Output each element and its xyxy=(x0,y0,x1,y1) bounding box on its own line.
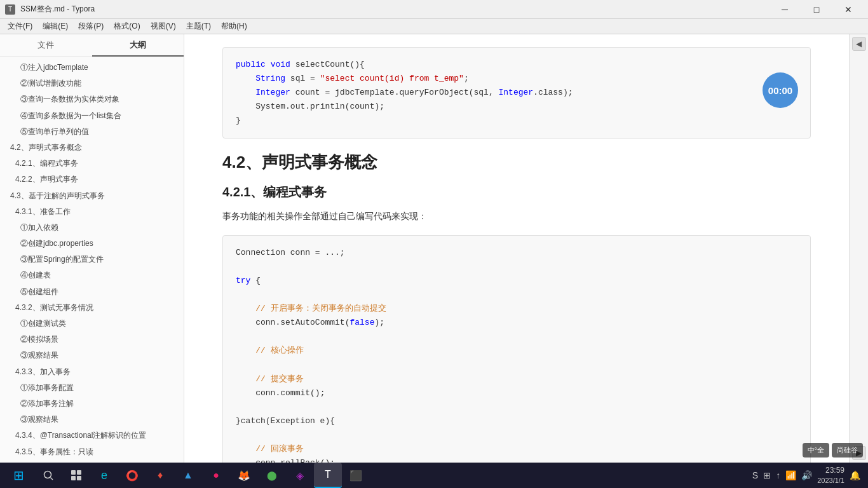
menu-bar: 文件(F) 编辑(E) 段落(P) 格式(O) 视图(V) 主题(T) 帮助(H… xyxy=(0,19,868,34)
svg-point-0 xyxy=(44,471,51,478)
taskbar: ⊞ e ⭕ ♦ ▲ ● 🦊 ⬤ ◈ T ⬛ S ⊞ ↑ 📶 🔊 23:59 20… xyxy=(0,463,868,488)
scroll-up-button[interactable]: ◀ xyxy=(852,37,866,51)
outline-item[interactable]: 4.3.4、@Transactional注解标识的位置 xyxy=(0,428,184,444)
outline-item[interactable]: ③查询一条数据为实体类对象 xyxy=(0,92,184,107)
title-bar: T SSM整合.md - Typora ─ □ ✕ xyxy=(0,0,868,19)
tab-outline[interactable]: 大纲 xyxy=(92,34,184,57)
outline-item[interactable]: ④创建表 xyxy=(0,268,184,283)
outline-item[interactable]: 4.3.1、准备工作 xyxy=(0,204,184,220)
taskbar-app-edge[interactable]: e xyxy=(90,463,118,488)
subsection-heading: 4.2.1、编程式事务 xyxy=(222,184,811,201)
watermark-brand: 尚硅谷 xyxy=(832,443,863,458)
outline-item[interactable]: ⑤创建组件 xyxy=(0,284,184,300)
tray-icon-2[interactable]: ⊞ xyxy=(763,470,771,480)
outline-item[interactable]: ②添加事务注解 xyxy=(0,396,184,412)
outline-item[interactable]: ②模拟场景 xyxy=(0,332,184,348)
tray-icon-1[interactable]: S xyxy=(752,470,758,480)
svg-rect-3 xyxy=(77,470,81,475)
outline-item[interactable]: ①加入依赖 xyxy=(0,220,184,236)
menu-edit[interactable]: 编辑(E) xyxy=(37,19,73,34)
taskbar-task-view[interactable] xyxy=(62,463,90,488)
start-button[interactable]: ⊞ xyxy=(3,463,34,488)
code-block-2: Connection conn = ...; try { // 开启事务：关闭事… xyxy=(222,235,811,463)
window-title: SSM整合.md - Typora xyxy=(20,4,95,15)
outline-item[interactable]: ①添加事务配置 xyxy=(0,380,184,396)
outline-item[interactable]: ③观察结果 xyxy=(0,412,184,428)
watermark-text: 中°全 xyxy=(803,443,829,458)
taskbar-app-5[interactable]: ◈ xyxy=(286,463,314,488)
sidebar-outline: ①注入jdbcTemplate ②测试增删改功能 ③查询一条数据为实体类对象 ④… xyxy=(0,57,184,463)
outline-item[interactable]: ①注入jdbcTemplate xyxy=(0,60,184,76)
svg-rect-2 xyxy=(71,470,76,475)
menu-help[interactable]: 帮助(H) xyxy=(216,19,252,34)
svg-line-1 xyxy=(51,478,53,480)
tray-network[interactable]: 📶 xyxy=(785,470,796,480)
outline-item[interactable]: 4.2、声明式事务概念 xyxy=(0,140,184,156)
sidebar: 文件 大纲 ①注入jdbcTemplate ②测试增删改功能 ③查询一条数据为实… xyxy=(0,34,184,463)
app-icon: T xyxy=(5,4,15,15)
taskbar-app-1[interactable]: ⭕ xyxy=(118,463,146,488)
content-area[interactable]: 00:00 public void selectCount(){ String … xyxy=(184,34,849,463)
tray-time: 23:59 xyxy=(817,465,844,476)
title-bar-left: T SSM整合.md - Typora xyxy=(5,4,95,15)
sidebar-tabs: 文件 大纲 xyxy=(0,34,184,57)
timer-badge: 00:00 xyxy=(763,72,798,108)
watermark: 中°全 尚硅谷 xyxy=(803,443,863,458)
taskbar-app-chrome[interactable]: ⬤ xyxy=(258,463,286,488)
maximize-button[interactable]: □ xyxy=(802,0,831,19)
scroll-nav: ◀ ▶ xyxy=(849,34,868,463)
outline-item[interactable]: ①创建测试类 xyxy=(0,316,184,332)
outline-item[interactable]: 4.2.1、编程式事务 xyxy=(0,156,184,172)
minimize-button[interactable]: ─ xyxy=(770,0,799,19)
outline-item[interactable]: 4.3.5、事务属性：只读 xyxy=(0,444,184,460)
taskbar-app-3[interactable]: ▲ xyxy=(174,463,202,488)
svg-rect-4 xyxy=(71,476,76,480)
outline-item[interactable]: ②创建jdbc.properties xyxy=(0,236,184,252)
taskbar-app-6[interactable]: ⬛ xyxy=(342,463,370,488)
menu-theme[interactable]: 主题(T) xyxy=(181,19,216,34)
tray-notification[interactable]: 🔔 xyxy=(850,470,860,480)
taskbar-app-firefox[interactable]: 🦊 xyxy=(230,463,258,488)
outline-item[interactable]: ③观察结果 xyxy=(0,348,184,363)
taskbar-app-typora[interactable]: T xyxy=(314,463,342,488)
svg-rect-5 xyxy=(77,476,81,480)
menu-paragraph[interactable]: 段落(P) xyxy=(73,19,109,34)
close-button[interactable]: ✕ xyxy=(834,0,863,19)
tray-date: 2023/1/1 xyxy=(817,476,844,485)
taskbar-app-4[interactable]: ● xyxy=(202,463,230,488)
tray-clock[interactable]: 23:59 2023/1/1 xyxy=(817,465,844,485)
outline-item[interactable]: 4.3.2、测试无事务情况 xyxy=(0,300,184,316)
outline-item[interactable]: 4.3、基于注解的声明式事务 xyxy=(0,188,184,204)
outline-item[interactable]: 4.3.3、加入事务 xyxy=(0,364,184,380)
section-heading: 4.2、声明式事务概念 xyxy=(222,151,811,173)
menu-file[interactable]: 文件(F) xyxy=(3,19,37,34)
main-layout: 文件 大纲 ①注入jdbcTemplate ②测试增删改功能 ③查询一条数据为实… xyxy=(0,34,868,463)
outline-item[interactable]: ⑤查询单行单列的值 xyxy=(0,124,184,140)
outline-item[interactable]: ③配置Spring的配置文件 xyxy=(0,252,184,268)
menu-format[interactable]: 格式(O) xyxy=(109,19,145,34)
section-description: 事务功能的相关操作全部通过自己编写代码来实现： xyxy=(222,208,811,224)
taskbar-app-2[interactable]: ♦ xyxy=(146,463,174,488)
tray-volume[interactable]: 🔊 xyxy=(801,470,812,480)
title-bar-controls: ─ □ ✕ xyxy=(770,0,863,19)
code-block-1: public void selectCount(){ String sql = … xyxy=(222,47,811,139)
menu-view[interactable]: 视图(V) xyxy=(146,19,181,34)
outline-item[interactable]: 4.2.2、声明式事务 xyxy=(0,172,184,187)
tray-icon-3[interactable]: ↑ xyxy=(776,470,780,480)
tab-files[interactable]: 文件 xyxy=(0,34,92,57)
system-tray: S ⊞ ↑ 📶 🔊 23:59 2023/1/1 🔔 xyxy=(752,465,865,485)
outline-item[interactable]: ②测试增删改功能 xyxy=(0,76,184,92)
outline-item[interactable]: ④查询多条数据为一个list集合 xyxy=(0,108,184,124)
taskbar-search[interactable] xyxy=(34,463,62,488)
